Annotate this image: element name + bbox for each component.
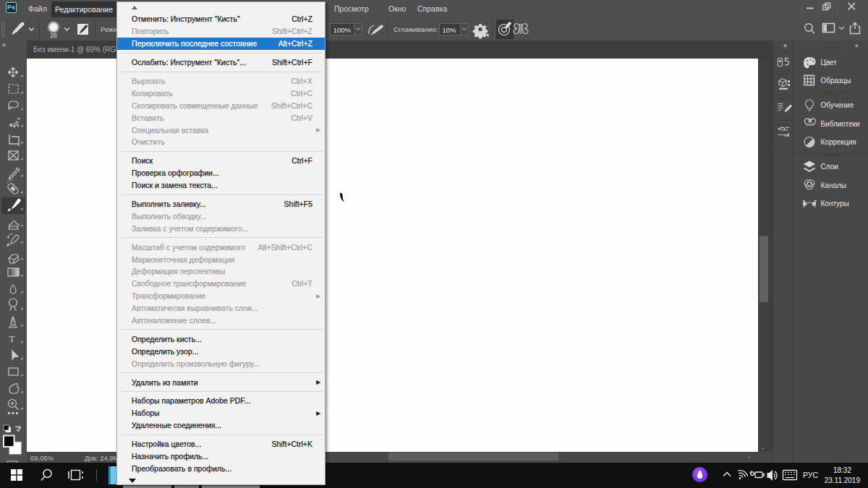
svg-text:Цвет: Цвет [821, 59, 838, 67]
svg-text:10%: 10% [442, 26, 456, 34]
svg-text:Образцы: Образцы [821, 77, 851, 85]
svg-text:T: T [9, 333, 15, 344]
svg-text:Обучение: Обучение [821, 101, 854, 109]
svg-text:Каналы: Каналы [821, 181, 847, 189]
svg-text:Слои: Слои [821, 163, 838, 171]
svg-text:РУС: РУС [803, 471, 818, 479]
svg-text:«: « [855, 42, 859, 49]
svg-text:Коррекция: Коррекция [821, 138, 856, 146]
svg-text:«: « [783, 42, 787, 49]
svg-text:»: » [2, 41, 6, 48]
svg-text:26: 26 [50, 32, 57, 39]
svg-text:100%: 100% [333, 26, 352, 34]
svg-text:18:32: 18:32 [833, 466, 851, 474]
svg-text:23.11.2019: 23.11.2019 [825, 476, 861, 484]
svg-text:Контуры: Контуры [821, 200, 849, 207]
svg-text:Сглаживание:: Сглаживание: [393, 25, 438, 33]
svg-text:Библиотеки: Библиотеки [821, 120, 860, 128]
